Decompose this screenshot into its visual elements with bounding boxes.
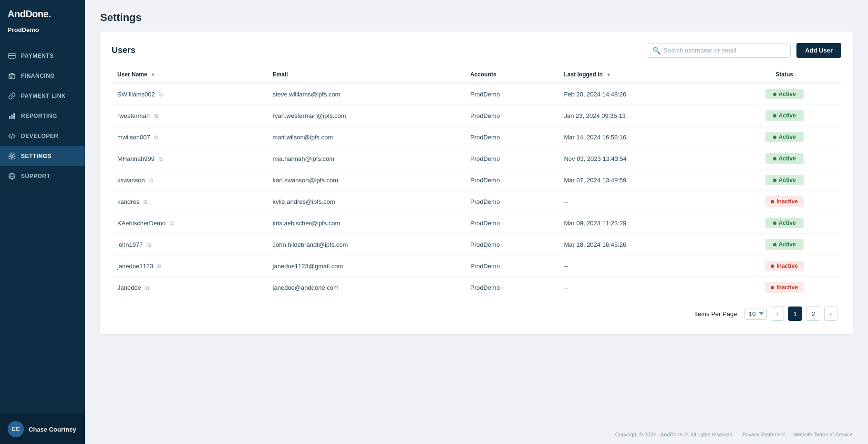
sidebar-item-settings[interactable]: SETTINGS (0, 146, 85, 166)
cell-status: Inactive (727, 255, 841, 277)
cell-username: mwilson007 ⧉ (112, 127, 267, 148)
table-row: rwesterman ⧉ ryan.westerman@ipfs.com Pro… (112, 105, 841, 127)
cell-status: Active (727, 127, 841, 148)
search-icon: 🔍 (652, 47, 661, 54)
copy-icon[interactable]: ⧉ (147, 242, 151, 248)
status-dot (773, 243, 776, 246)
users-table: User Name ▼ Email Accounts Last logged i… (112, 67, 841, 298)
building-icon (8, 72, 16, 80)
copy-icon[interactable]: ⧉ (159, 91, 163, 98)
search-add-group: 🔍 Add User (648, 43, 841, 58)
cell-accounts: ProdDemo (465, 105, 558, 127)
col-username[interactable]: User Name ▼ (112, 67, 267, 83)
pagination-row: Items Per Page: 10 25 50 ‹ 1 2 › (112, 298, 841, 323)
cell-last-logged-in: Mar 18, 2024 16:45:26 (558, 234, 727, 255)
status-badge: Inactive (765, 196, 804, 207)
col-last-logged-in[interactable]: Last logged in ▼ (558, 67, 727, 83)
status-badge: Inactive (765, 282, 804, 293)
copy-icon[interactable]: ⧉ (157, 263, 162, 270)
cell-accounts: ProdDemo (465, 148, 558, 169)
table-row: MHannah999 ⧉ mia.hannah@ipfs.com ProdDem… (112, 148, 841, 169)
svg-rect-3 (9, 116, 10, 119)
tos-link[interactable]: Website Terms of Service (794, 432, 853, 437)
cell-email: kylie.andres@ipfs.com (267, 191, 465, 212)
cell-status: Active (727, 148, 841, 169)
search-input[interactable] (648, 43, 791, 58)
status-dot (773, 114, 776, 117)
sidebar-item-payments[interactable]: PAYMENTS (0, 46, 85, 66)
status-badge: Active (765, 239, 804, 250)
support-label: SUPPORT (21, 173, 51, 180)
cell-status: Active (727, 212, 841, 234)
status-dot (773, 222, 776, 225)
status-badge: Active (765, 153, 804, 164)
status-badge: Active (765, 89, 804, 99)
cell-status: Inactive (727, 191, 841, 212)
cell-last-logged-in: Nov 03, 2023 13:43:54 (558, 148, 727, 169)
sidebar-nav: PAYMENTS FINANCING PAYMENT LINK (0, 42, 85, 414)
link-icon (8, 92, 16, 100)
sidebar-item-financing[interactable]: FINANCING (0, 66, 85, 86)
status-dot (773, 179, 776, 182)
sidebar-item-support[interactable]: SUPPORT (0, 166, 85, 186)
cell-email: John.hildebrandt@ipfs.com (267, 234, 465, 255)
sidebar: AndDone. ProdDemo PAYMENTS FINANCING (0, 0, 85, 444)
user-footer: CC Chase Courtney (0, 414, 85, 444)
cell-accounts: ProdDemo (465, 83, 558, 105)
status-badge: Active (765, 132, 804, 142)
privacy-link[interactable]: Privacy Statement (742, 432, 785, 437)
col-status: Status (727, 67, 841, 83)
table-row: janedoe1123 ⧉ janedoe1123@gmail.com Prod… (112, 255, 841, 277)
cell-last-logged-in: Jan 23, 2024 09:35:13 (558, 105, 727, 127)
copy-icon[interactable]: ⧉ (154, 113, 158, 119)
page-2-button[interactable]: 2 (806, 307, 820, 321)
status-dot (771, 286, 774, 289)
search-wrapper: 🔍 (648, 43, 791, 58)
cell-email: matt.wilson@ipfs.com (267, 127, 465, 148)
copy-icon[interactable]: ⧉ (154, 134, 158, 141)
cell-email: steve.williams@ipfs.com (267, 83, 465, 105)
username-sort-icon: ▼ (151, 72, 155, 77)
svg-rect-4 (11, 115, 13, 119)
cell-username: Janedoe ⧉ (112, 277, 267, 298)
table-row: john1977 ⧉ John.hildebrandt@ipfs.com Pro… (112, 234, 841, 255)
payments-label: PAYMENTS (21, 53, 54, 59)
cell-status: Active (727, 169, 841, 191)
cell-status: Active (727, 105, 841, 127)
users-title: Users (112, 45, 135, 55)
copy-icon[interactable]: ⧉ (149, 177, 153, 184)
cell-status: Active (727, 83, 841, 105)
next-page-button[interactable]: › (824, 307, 837, 321)
cell-email: kris.aebischer@ipfs.com (267, 212, 465, 234)
copy-icon[interactable]: ⧉ (159, 156, 163, 162)
svg-rect-5 (13, 113, 15, 119)
cell-username: rwesterman ⧉ (112, 105, 267, 127)
cell-last-logged-in: Feb 20, 2024 14:48:26 (558, 83, 727, 105)
table-row: kswanson ⧉ karl.swanson@ipfs.com ProdDem… (112, 169, 841, 191)
add-user-button[interactable]: Add User (796, 43, 841, 58)
avatar: CC (8, 421, 24, 437)
copy-icon[interactable]: ⧉ (145, 285, 150, 291)
copy-icon[interactable]: ⧉ (144, 199, 148, 205)
page-1-button[interactable]: 1 (788, 307, 802, 321)
code-icon (8, 132, 16, 140)
financing-label: FINANCING (21, 73, 55, 79)
users-card: Users 🔍 Add User User Name ▼ (100, 32, 853, 334)
account-name: ProdDemo (0, 24, 85, 42)
sidebar-item-developer[interactable]: DEVELOPER (0, 126, 85, 146)
cell-status: Inactive (727, 277, 841, 298)
per-page-select[interactable]: 10 25 50 (744, 308, 767, 320)
copyright-text: Copyright © 2024 - AndDone ®. All rights… (615, 432, 734, 437)
gear-icon (8, 152, 16, 160)
cell-username: SWilliams002 ⧉ (112, 83, 267, 105)
sidebar-item-payment-link[interactable]: PAYMENT LINK (0, 86, 85, 106)
cell-accounts: ProdDemo (465, 169, 558, 191)
main-content: Settings Users 🔍 Add User (85, 0, 868, 444)
cell-email: karl.swanson@ipfs.com (267, 169, 465, 191)
cell-last-logged-in: Mar 09, 2023 11:23:29 (558, 212, 727, 234)
cell-accounts: ProdDemo (465, 212, 558, 234)
prev-page-button[interactable]: ‹ (771, 307, 784, 321)
copy-icon[interactable]: ⧉ (170, 220, 174, 227)
sidebar-item-reporting[interactable]: REPORTING (0, 106, 85, 126)
reporting-label: REPORTING (21, 113, 57, 119)
